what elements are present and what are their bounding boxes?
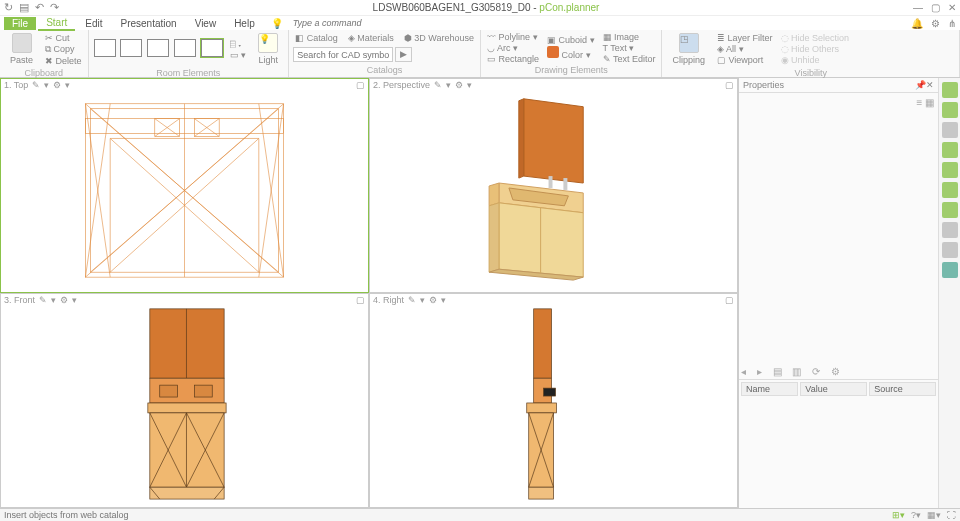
svg-rect-51 bbox=[544, 388, 556, 396]
viewport-right[interactable]: 4. Right ✎▾⚙▾▢ bbox=[369, 293, 738, 508]
props-toggle-icons[interactable]: ≡ ▦ bbox=[912, 93, 938, 112]
search-go-icon[interactable]: ▶ bbox=[395, 47, 412, 62]
polyline-button[interactable]: 〰 Polyline ▾ bbox=[485, 32, 541, 42]
delete-button[interactable]: ✖ Delete bbox=[43, 56, 84, 66]
layerfilter-button[interactable]: ≣ Layer Filter bbox=[715, 33, 775, 43]
arc-button[interactable]: ◡ Arc ▾ bbox=[485, 43, 541, 53]
door-button[interactable]: ⌸ ▾ bbox=[228, 39, 249, 49]
tool-cube-icon[interactable] bbox=[942, 82, 958, 98]
wall-icon[interactable] bbox=[94, 39, 116, 57]
col-value[interactable]: Value bbox=[800, 382, 867, 396]
tab-start[interactable]: Start bbox=[38, 16, 75, 31]
panel-pin-icon[interactable]: 📌 bbox=[915, 80, 926, 90]
view-label: 2. Perspective bbox=[373, 80, 430, 90]
panel-close-icon[interactable]: ✕ bbox=[926, 80, 934, 90]
gear-icon[interactable]: ⚙ bbox=[455, 80, 463, 90]
gear-icon[interactable]: ⚙ bbox=[60, 295, 68, 305]
right-toolbar bbox=[938, 78, 960, 508]
tool-globe-icon[interactable] bbox=[942, 122, 958, 138]
maximize-view-icon[interactable]: ▢ bbox=[725, 80, 734, 90]
menubar-right: 🔔 ⚙ ⋔ bbox=[911, 18, 956, 29]
svg-rect-28 bbox=[549, 176, 553, 188]
paste-button[interactable]: Paste bbox=[4, 31, 39, 67]
pencil-icon[interactable]: ✎ bbox=[32, 80, 40, 90]
pencil-icon[interactable]: ✎ bbox=[408, 295, 416, 305]
maximize-view-icon[interactable]: ▢ bbox=[356, 80, 365, 90]
props-footer-icons[interactable]: ◂ ▸ ▤ ▥ ⟳ ⚙ bbox=[739, 364, 938, 379]
svg-rect-34 bbox=[150, 309, 224, 378]
tab-file[interactable]: File bbox=[4, 17, 36, 30]
svg-rect-29 bbox=[563, 178, 567, 190]
gear-icon[interactable]: ⚙ bbox=[53, 80, 61, 90]
gear-icon[interactable]: ⚙ bbox=[429, 295, 437, 305]
tool-render-icon[interactable] bbox=[942, 202, 958, 218]
tab-presentation[interactable]: Presentation bbox=[112, 17, 184, 30]
color-button[interactable]: Color ▾ bbox=[545, 46, 597, 60]
pencil-icon[interactable]: ✎ bbox=[39, 295, 47, 305]
status-right: ⊞▾ ?▾ ▦▾ ⛶ bbox=[892, 510, 956, 520]
group-room: ⌸ ▾ ▭ ▾ 💡Light Room Elements bbox=[89, 30, 290, 77]
room-rect-icon[interactable] bbox=[120, 39, 142, 57]
room-u-icon[interactable] bbox=[201, 39, 223, 57]
svg-rect-46 bbox=[150, 487, 224, 499]
room-t-icon[interactable] bbox=[174, 39, 196, 57]
undo-icon[interactable]: ↶ bbox=[35, 1, 44, 14]
tab-edit[interactable]: Edit bbox=[77, 17, 110, 30]
tool-light-icon[interactable] bbox=[942, 242, 958, 258]
image-button[interactable]: ▦ Image bbox=[601, 32, 658, 42]
maximize-view-icon[interactable]: ▢ bbox=[725, 295, 734, 305]
pencil-icon[interactable]: ✎ bbox=[434, 80, 442, 90]
clipping-button[interactable]: ◳Clipping bbox=[666, 31, 711, 67]
close-icon[interactable]: ✕ bbox=[948, 2, 956, 13]
svg-rect-52 bbox=[527, 403, 557, 413]
status-help-icon[interactable]: ?▾ bbox=[911, 510, 921, 520]
viewport-front[interactable]: 3. Front ✎▾⚙▾▢ bbox=[0, 293, 369, 508]
tool-materials-icon[interactable] bbox=[942, 142, 958, 158]
room-l-icon[interactable] bbox=[147, 39, 169, 57]
status-layout-icon[interactable]: ▦▾ bbox=[927, 510, 941, 520]
tool-cube2-icon[interactable] bbox=[942, 102, 958, 118]
texteditor-button[interactable]: ✎ Text Editor bbox=[601, 54, 658, 64]
all-button[interactable]: ◈ All ▾ bbox=[715, 44, 775, 54]
tool-layers2-icon[interactable] bbox=[942, 182, 958, 198]
group-visibility: ◳Clipping ≣ Layer Filter ◈ All ▾ ▢ Viewp… bbox=[662, 30, 960, 77]
hideoth-button: ◌ Hide Others bbox=[779, 44, 852, 54]
gear-icon[interactable]: ⚙ bbox=[931, 18, 940, 29]
light-button[interactable]: 💡Light bbox=[252, 31, 284, 67]
maximize-icon[interactable]: ▢ bbox=[931, 2, 940, 13]
save-icon[interactable]: ▤ bbox=[19, 1, 29, 14]
cuboid-button[interactable]: ▣ Cuboid ▾ bbox=[545, 35, 597, 45]
command-search[interactable] bbox=[293, 18, 413, 28]
svg-rect-38 bbox=[194, 385, 212, 397]
status-grid-icon[interactable]: ⊞▾ bbox=[892, 510, 905, 520]
viewport-button[interactable]: ▢ Viewport bbox=[715, 55, 775, 65]
quick-access-toolbar: ↻ ▤ ↶ ↷ bbox=[4, 1, 59, 14]
tool-layers-icon[interactable] bbox=[942, 162, 958, 178]
status-full-icon[interactable]: ⛶ bbox=[947, 510, 956, 520]
properties-empty bbox=[739, 398, 938, 508]
svg-rect-40 bbox=[150, 413, 224, 487]
col-source[interactable]: Source bbox=[869, 382, 936, 396]
minimize-icon[interactable]: — bbox=[913, 2, 923, 13]
rectangle-button[interactable]: ▭ Rectangle bbox=[485, 54, 541, 64]
maximize-view-icon[interactable]: ▢ bbox=[356, 295, 365, 305]
cut-button[interactable]: ✂ Cut bbox=[43, 33, 84, 43]
catalog-search[interactable] bbox=[293, 47, 393, 62]
text-button[interactable]: T Text ▾ bbox=[601, 43, 658, 53]
viewport-perspective[interactable]: 2. Perspective ✎▾⚙▾▢ bbox=[369, 78, 738, 293]
tool-image-icon[interactable] bbox=[942, 262, 958, 278]
viewport-top[interactable]: 1. Top ✎▾⚙▾▢ bbox=[0, 78, 369, 293]
col-name[interactable]: Name bbox=[741, 382, 798, 396]
redo-icon[interactable]: ↷ bbox=[50, 1, 59, 14]
tab-help[interactable]: Help bbox=[226, 17, 263, 30]
share-icon[interactable]: ⋔ bbox=[948, 18, 956, 29]
tool-sun-icon[interactable] bbox=[942, 222, 958, 238]
catalog-button[interactable]: ◧ Catalog bbox=[293, 33, 340, 43]
materials-button[interactable]: ◈ Materials bbox=[346, 33, 396, 43]
copy-button[interactable]: ⧉ Copy bbox=[43, 44, 84, 55]
bell-icon[interactable]: 🔔 bbox=[911, 18, 923, 29]
tab-view[interactable]: View bbox=[187, 17, 225, 30]
window-button[interactable]: ▭ ▾ bbox=[228, 50, 249, 60]
svg-marker-23 bbox=[524, 99, 583, 183]
warehouse-button[interactable]: ⬢ 3D Warehouse bbox=[402, 33, 476, 43]
